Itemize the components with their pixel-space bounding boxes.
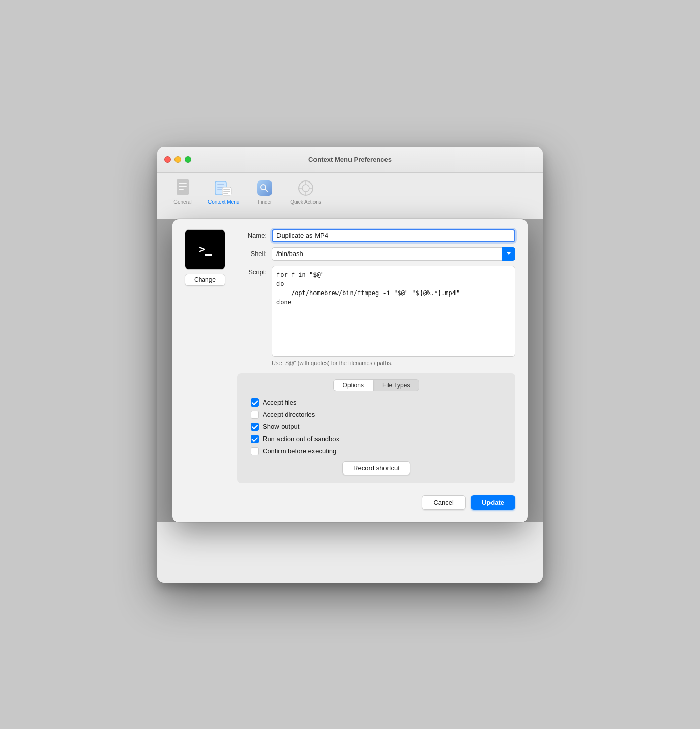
minimize-button[interactable] bbox=[174, 156, 181, 163]
tab-options[interactable]: Options bbox=[334, 380, 373, 391]
svg-rect-2 bbox=[179, 186, 187, 187]
dialog-overlay: >_ Change Name: Shell: bbox=[157, 219, 543, 522]
name-row: Name: bbox=[237, 229, 515, 242]
checkboxes: Accept files Accept directories Show out… bbox=[246, 398, 507, 455]
script-textarea[interactable]: for f in "$@" do /opt/homebrew/bin/ffmpe… bbox=[272, 266, 515, 357]
titlebar: Context Menu Preferences bbox=[157, 147, 543, 173]
terminal-icon: >_ bbox=[199, 243, 212, 256]
form-area: Name: Shell: /bin/bash /bin/zsh /bin/sh bbox=[237, 229, 515, 510]
svg-rect-3 bbox=[179, 189, 184, 190]
window-title: Context Menu Preferences bbox=[308, 156, 392, 163]
traffic-lights bbox=[164, 156, 191, 163]
record-shortcut-button[interactable]: Record shortcut bbox=[342, 461, 410, 475]
shell-select[interactable]: /bin/bash /bin/zsh /bin/sh bbox=[272, 247, 515, 261]
toolbar-item-finder[interactable]: Finder bbox=[250, 179, 280, 205]
svg-rect-5 bbox=[217, 184, 224, 185]
checkbox-label-run-sandbox: Run action out of sandbox bbox=[263, 435, 339, 443]
checkbox-run-sandbox[interactable] bbox=[251, 435, 259, 443]
toolbar: General Context Menu bbox=[157, 173, 543, 209]
name-label: Name: bbox=[237, 232, 267, 239]
toolbar-label-quick-actions: Quick Actions bbox=[290, 199, 321, 205]
svg-rect-1 bbox=[179, 183, 187, 184]
checkbox-row-show-output[interactable]: Show output bbox=[251, 423, 507, 431]
checkbox-row-confirm-before[interactable]: Confirm before executing bbox=[251, 447, 507, 455]
toolbar-item-context-menu[interactable]: Context Menu bbox=[208, 179, 239, 205]
svg-rect-12 bbox=[257, 180, 272, 196]
dialog: >_ Change Name: Shell: bbox=[172, 219, 528, 522]
checkbox-accept-dirs[interactable] bbox=[251, 411, 259, 419]
checkbox-accept-files[interactable] bbox=[251, 398, 259, 407]
svg-rect-7 bbox=[217, 189, 222, 190]
shell-row: Shell: /bin/bash /bin/zsh /bin/sh bbox=[237, 247, 515, 261]
tab-bar: Options File Types bbox=[246, 379, 507, 391]
context-menu-icon bbox=[215, 179, 233, 197]
app-icon: >_ bbox=[185, 229, 225, 270]
general-icon bbox=[173, 179, 192, 197]
main-window: Context Menu Preferences General bbox=[157, 147, 543, 583]
bottom-buttons: Cancel Update bbox=[237, 492, 515, 510]
maximize-button[interactable] bbox=[185, 156, 191, 163]
script-label: Script: bbox=[237, 266, 267, 276]
tab-group: Options File Types bbox=[333, 379, 420, 391]
checkbox-label-confirm-before: Confirm before executing bbox=[263, 447, 336, 455]
shell-select-wrap: /bin/bash /bin/zsh /bin/sh bbox=[272, 247, 515, 261]
checkbox-confirm-before[interactable] bbox=[251, 447, 259, 455]
bg-content-area bbox=[157, 542, 543, 583]
svg-rect-9 bbox=[223, 189, 230, 190]
toolbar-item-quick-actions[interactable]: Quick Actions bbox=[290, 179, 321, 205]
hint-text: Use "$@" (with quotes) for the filenames… bbox=[272, 360, 515, 366]
checkbox-label-accept-files: Accept files bbox=[263, 398, 296, 406]
toolbar-label-context-menu: Context Menu bbox=[208, 199, 239, 205]
svg-rect-10 bbox=[223, 191, 230, 192]
toolbar-label-finder: Finder bbox=[258, 199, 272, 205]
shell-label: Shell: bbox=[237, 250, 267, 258]
checkbox-label-accept-dirs: Accept directories bbox=[263, 411, 315, 418]
svg-point-16 bbox=[302, 185, 309, 192]
toolbar-item-general[interactable]: General bbox=[167, 179, 198, 205]
script-row: Script: for f in "$@" do /opt/homebrew/b… bbox=[237, 266, 515, 357]
svg-rect-0 bbox=[177, 179, 189, 195]
toolbar-label-general: General bbox=[173, 199, 192, 205]
checkbox-row-run-sandbox[interactable]: Run action out of sandbox bbox=[251, 435, 507, 443]
quick-actions-icon bbox=[297, 179, 315, 197]
bg-window: Context Menu Preferences General bbox=[157, 147, 543, 583]
checkbox-label-show-output: Show output bbox=[263, 423, 299, 430]
change-button[interactable]: Change bbox=[185, 274, 225, 286]
name-input[interactable] bbox=[272, 229, 515, 242]
svg-rect-11 bbox=[223, 193, 228, 194]
tab-file-types[interactable]: File Types bbox=[373, 380, 419, 391]
checkbox-row-accept-files[interactable]: Accept files bbox=[251, 398, 507, 407]
checkbox-show-output[interactable] bbox=[251, 423, 259, 431]
update-button[interactable]: Update bbox=[471, 495, 515, 510]
checkbox-row-accept-dirs[interactable]: Accept directories bbox=[251, 411, 507, 419]
icon-area: >_ Change bbox=[185, 229, 225, 286]
close-button[interactable] bbox=[164, 156, 171, 163]
cancel-button[interactable]: Cancel bbox=[422, 495, 465, 510]
options-panel: Options File Types Accept files bbox=[237, 373, 515, 483]
finder-icon bbox=[256, 179, 274, 197]
